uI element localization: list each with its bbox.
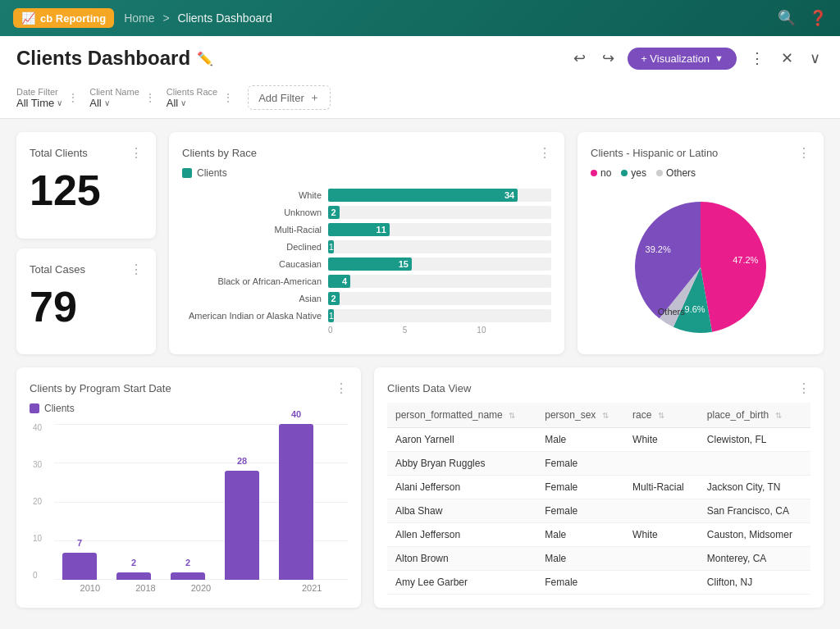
- by-race-options[interactable]: ⋮: [538, 145, 551, 161]
- total-cases-value: 79: [30, 284, 143, 330]
- data-view-options[interactable]: ⋮: [797, 381, 810, 396]
- table-cell: [624, 452, 699, 476]
- table-cell: White: [624, 523, 699, 547]
- breadcrumb-home[interactable]: Home: [124, 11, 154, 25]
- bar-row: White 34: [182, 189, 551, 202]
- close-button[interactable]: ✕: [778, 46, 797, 71]
- by-program-options[interactable]: ⋮: [335, 381, 348, 396]
- undo-button[interactable]: ↩: [570, 46, 589, 71]
- table-cell: Multi-Racial: [624, 476, 699, 499]
- redo-button[interactable]: ↪: [599, 46, 618, 71]
- table-cell: Male: [536, 523, 624, 547]
- by-race-bars: White 34 Unknown 2 Multi-Racial 11 Decli…: [182, 189, 551, 322]
- bar-value: 4: [342, 276, 350, 286]
- search-icon[interactable]: 🔍: [778, 9, 796, 27]
- table-cell: White: [624, 428, 699, 452]
- table-cell: Allen Jefferson: [387, 523, 536, 547]
- bar-value: 2: [331, 207, 339, 217]
- table-cell: [699, 452, 810, 476]
- total-cases-label: Total Cases: [30, 263, 85, 276]
- sort-icon: ⇅: [509, 411, 515, 420]
- bar-track: 4: [328, 275, 551, 288]
- bar-row: Multi-Racial 11: [182, 223, 551, 236]
- bar-track: 1: [328, 309, 551, 322]
- help-icon[interactable]: ❓: [809, 9, 827, 27]
- bar-track: 34: [328, 189, 551, 202]
- pie-legend-dot: [591, 170, 597, 176]
- vbar-value: 2: [171, 558, 205, 567]
- vbar-bar: 2: [171, 572, 205, 581]
- total-clients-options[interactable]: ⋮: [130, 145, 143, 161]
- bar-label: White: [182, 190, 322, 200]
- filter-bar: Date Filter All Time ∨ ⋮ Client Name All…: [16, 79, 824, 118]
- total-clients-label: Total Clients: [30, 147, 88, 159]
- page-header: Clients Dashboard ✏️ ↩ ↪ + Visualization…: [0, 36, 840, 119]
- edit-icon[interactable]: ✏️: [197, 51, 213, 66]
- vbar-x-label: 2010: [62, 583, 118, 593]
- by-race-legend-label: Clients: [197, 167, 227, 179]
- client-name-options[interactable]: ⋮: [144, 91, 157, 104]
- brand-name: cb Reporting: [40, 12, 106, 25]
- bar-label: Declined: [182, 242, 322, 252]
- bar-value: 1: [327, 311, 334, 321]
- chart-icon: 📈: [21, 11, 35, 25]
- total-clients-card: Total Clients ⋮ 125: [16, 132, 156, 239]
- bar-value: 1: [327, 242, 334, 252]
- total-cases-options[interactable]: ⋮: [130, 262, 143, 277]
- collapse-button[interactable]: ∨: [806, 46, 824, 71]
- breadcrumb-current: Clients Dashboard: [178, 11, 272, 25]
- date-filter-value[interactable]: All Time ∨: [16, 97, 62, 109]
- table-header[interactable]: race ⇅: [624, 403, 699, 428]
- clients-race-options[interactable]: ⋮: [222, 91, 235, 104]
- by-program-legend-label: Clients: [44, 403, 75, 414]
- bar-value: 15: [399, 259, 412, 269]
- data-view-title: Clients Data View: [387, 382, 471, 394]
- pie-label: 9.6%: [685, 304, 705, 314]
- page-title: Clients Dashboard: [16, 47, 190, 70]
- vbar-y-axis: 403020100: [30, 424, 45, 580]
- pie-legend-item: Others: [656, 167, 696, 179]
- table-header[interactable]: person_sex ⇅: [536, 403, 624, 428]
- table-row: Alba ShawFemaleSan Francisco, CA: [387, 499, 810, 523]
- by-race-title: Clients by Race: [182, 147, 257, 159]
- table-header[interactable]: place_of_birth ⇅: [699, 403, 810, 428]
- client-name-value[interactable]: All ∨: [89, 97, 139, 109]
- vbar-group: 40: [279, 424, 313, 580]
- breadcrumb-separator: >: [162, 11, 169, 25]
- date-filter-options[interactable]: ⋮: [67, 91, 80, 104]
- more-options-button[interactable]: ⋮: [746, 46, 768, 71]
- client-name-caret: ∨: [104, 98, 110, 107]
- vbar-x-label: 2021: [284, 583, 340, 593]
- pie-label: 39.2%: [646, 244, 671, 254]
- pie-chart: 47.2%9.6%Others39.2%: [610, 185, 791, 341]
- hispanic-title: Clients - Hispanic or Latino: [591, 147, 718, 159]
- vbar-group: 2: [116, 572, 151, 581]
- table-cell: Female: [536, 452, 624, 476]
- vbar-y-tick: 30: [33, 461, 42, 469]
- pie-legend-dot: [656, 170, 663, 176]
- vbar-group: 2: [171, 572, 205, 581]
- vbar-group: 28: [225, 471, 259, 580]
- bar-row: Black or African-American 4: [182, 275, 551, 288]
- vbar-bar: 40: [279, 424, 313, 580]
- client-name-filter-group: Client Name All ∨ ⋮: [89, 87, 157, 109]
- table-header[interactable]: person_formatted_name ⇅: [387, 403, 536, 428]
- bar-track: 2: [328, 206, 551, 219]
- add-filter-button[interactable]: Add Filter ＋: [248, 85, 331, 110]
- viz-caret-icon: ▼: [714, 53, 724, 63]
- visualization-button[interactable]: + Visualization ▼: [628, 48, 737, 70]
- by-program-title: Clients by Program Start Date: [30, 382, 171, 394]
- table-cell: [624, 499, 699, 523]
- vbar-y-tick: 40: [33, 424, 42, 432]
- vbar-bar: 7: [62, 553, 97, 580]
- hispanic-options[interactable]: ⋮: [797, 145, 810, 161]
- clients-race-value[interactable]: All ∨: [167, 97, 217, 109]
- bar-label: Black or African-American: [182, 276, 322, 286]
- brand-logo[interactable]: 📈 cb Reporting: [13, 8, 114, 28]
- vbar-group: 7: [62, 553, 97, 580]
- vbar-value: 2: [116, 558, 151, 567]
- table-wrapper[interactable]: person_formatted_name ⇅person_sex ⇅race …: [387, 403, 810, 595]
- bar-fill: 1: [328, 240, 334, 253]
- total-cases-card: Total Cases ⋮ 79: [16, 248, 156, 355]
- title-row: Clients Dashboard ✏️ ↩ ↪ + Visualization…: [16, 46, 824, 71]
